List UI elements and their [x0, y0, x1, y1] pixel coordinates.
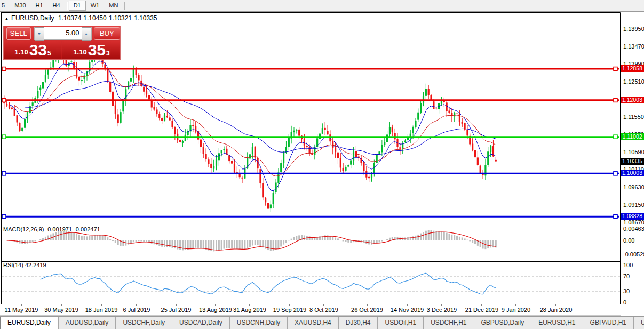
date-label: 21 Dec 2019 [465, 307, 498, 313]
candle-body [236, 172, 238, 173]
candle-body [340, 158, 341, 167]
candle-body [249, 154, 251, 158]
volume-stepper: ▼ ▲ [34, 27, 92, 40]
level-anchor[interactable] [2, 135, 6, 139]
level-anchor[interactable] [614, 67, 617, 71]
candle-body [459, 114, 460, 122]
candle-body [270, 204, 272, 208]
sell-price-box[interactable]: 1.10 33 5 [4, 41, 61, 59]
level-anchor[interactable] [2, 67, 6, 71]
candle-body [11, 108, 13, 109]
date-label: 11 May 2019 [5, 307, 38, 313]
candle-body [252, 147, 253, 154]
macd-name: MACD(12,26,9) [3, 226, 44, 232]
macd-indicator-label: MACD(12,26,9) -0.001971 -0.002471 [3, 226, 100, 232]
rsi-name: RSI(14) [3, 262, 23, 268]
candle-body [32, 102, 34, 106]
level-anchor[interactable] [2, 215, 6, 219]
level-anchor[interactable] [614, 215, 617, 219]
candle-body [16, 115, 18, 122]
date-label: 26 Oct 2019 [351, 307, 383, 313]
volume-decrease-icon[interactable]: ▼ [35, 27, 44, 41]
date-axis[interactable]: 11 May 201930 May 201918 Jun 20196 Jul 2… [0, 304, 621, 316]
level-anchor[interactable] [2, 98, 6, 102]
candle-body [353, 151, 354, 160]
sell-button[interactable]: SELL [6, 27, 31, 40]
candle-body [138, 75, 139, 80]
candle-body [223, 149, 225, 150]
candle-body [304, 139, 305, 146]
candle-body [386, 134, 388, 142]
candle-body [456, 114, 458, 114]
sell-pips: 33 [29, 43, 47, 58]
candle-body [130, 78, 132, 81]
candle-body [52, 60, 54, 68]
level-anchor[interactable] [614, 172, 617, 175]
candle-body [275, 182, 276, 192]
candle-body [210, 164, 212, 168]
candle-body [495, 160, 497, 162]
rsi-tick-label: 70 [623, 273, 630, 279]
candle-body [112, 92, 114, 106]
date-label: 13 Aug 2019 [199, 307, 232, 313]
volume-increase-icon[interactable]: ▲ [82, 27, 91, 41]
candle-body [47, 69, 49, 74]
chart-tab-usdcnh-daily[interactable]: USDCNH,Daily [229, 317, 287, 329]
chart-tab-usdchf-h1[interactable]: USDCHF,H1 [423, 317, 473, 329]
candle-body [311, 154, 313, 155]
candle-body [392, 127, 393, 132]
chart-tab-dj30-h4[interactable]: DJ30,H4 [338, 317, 378, 329]
level-anchor[interactable] [2, 172, 6, 175]
macd-tick-label: 0.00 [623, 237, 634, 244]
buy-button[interactable]: BUY [94, 27, 120, 40]
price-axis[interactable]: 1.139501.134701.129901.125101.115501.110… [621, 12, 644, 316]
chart-tab-usd[interactable]: USD [633, 317, 644, 329]
date-label: 19 Sep 2019 [273, 307, 306, 313]
candle-body [343, 168, 344, 171]
chart-tab-xauusd-h4[interactable]: XAUUSD,H4 [287, 317, 338, 329]
candle-body [148, 95, 150, 99]
rsi-value: 42.2419 [25, 262, 46, 268]
candle-body [161, 118, 163, 121]
candle-body [415, 121, 416, 127]
candle-body [164, 115, 165, 121]
chart-window[interactable]: ▲EURUSD,Daily 1.103741.104501.103211.103… [0, 12, 644, 316]
chart-tab-usdcad-daily[interactable]: USDCAD,Daily [172, 317, 229, 329]
candle-body [441, 101, 442, 104]
candle-body [179, 140, 181, 142]
candle-body [324, 128, 326, 130]
chart-tab-eurusd-h1[interactable]: EURUSD,H1 [531, 317, 582, 329]
level-anchor[interactable] [614, 98, 617, 102]
chart-tab-gbpusd-daily[interactable]: GBPUSD,Daily [474, 317, 531, 329]
candle-body [154, 107, 155, 110]
level-anchor[interactable] [614, 135, 617, 139]
candle-body [208, 159, 209, 164]
buy-price-box[interactable]: 1.10 35 3 [62, 41, 120, 59]
candle-body [6, 104, 7, 106]
macd-value-signal: -0.002471 [74, 226, 100, 232]
chart-tab-bar: EURUSD,DailyAUDUSD,DailyUSDCHF,DailyUSDC… [0, 316, 644, 329]
chart-tab-audusd-daily[interactable]: AUDUSD,Daily [58, 317, 116, 329]
price-tick-label: 1.10590 [623, 149, 644, 155]
volume-input[interactable] [44, 27, 82, 38]
candle-body [257, 158, 259, 168]
ohlc-low: 1.10321 [109, 14, 132, 22]
candle-body [78, 77, 80, 81]
chart-tab-gbpaud-h1[interactable]: GBPAUD,H1 [583, 317, 633, 329]
candle-body [9, 105, 10, 108]
chart-tab-usdoil-h1[interactable]: USDOil,H1 [377, 317, 423, 329]
price-tick-label: 1.08670 [623, 219, 644, 226]
candle-body [327, 131, 328, 134]
candle-body [21, 128, 23, 131]
candle-body [125, 89, 126, 100]
candle-body [435, 109, 437, 109]
candle-body [19, 123, 20, 131]
candle-body [293, 131, 295, 132]
macd-tick-label: 0.00463 [623, 226, 644, 232]
candle-body [70, 61, 72, 62]
chart-tab-eurusd-daily[interactable]: EURUSD,Daily [0, 317, 58, 329]
chart-tab-usdchf-daily[interactable]: USDCHF,Daily [115, 317, 172, 329]
collapse-panel-icon[interactable]: ▲ [4, 16, 9, 21]
trade-panel-controls: SELL ▼ ▲ BUY [4, 26, 120, 41]
candle-body [241, 178, 243, 179]
